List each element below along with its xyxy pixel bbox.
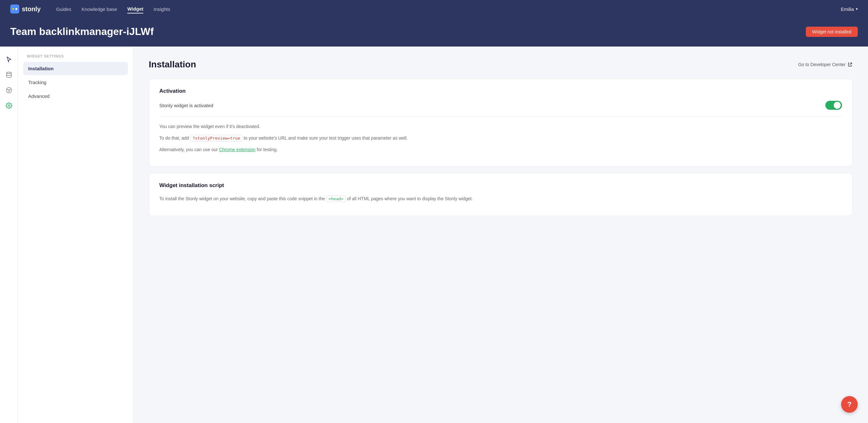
code-param: ?stonlyPreview=true — [190, 135, 243, 142]
code-head: <head> — [326, 195, 346, 202]
help-icon: ? — [847, 400, 851, 408]
svg-point-6 — [10, 89, 10, 90]
gear-icon-btn[interactable] — [3, 99, 16, 112]
toggle-row: Stonly widget is activated — [159, 101, 842, 116]
page-header: Team backlinkmanager-iJLWf Widget not in… — [0, 18, 868, 47]
script-card: Widget installation script To install th… — [149, 173, 852, 216]
icon-sidebar — [0, 47, 18, 423]
nav-guides[interactable]: Guides — [56, 5, 71, 13]
dev-center-label: Go to Developer Center — [798, 62, 845, 67]
widget-not-installed-badge: Widget not installed — [806, 27, 858, 37]
settings-item-installation[interactable]: Installation — [23, 62, 128, 75]
chrome-extension-link[interactable]: Chrome extension — [219, 147, 256, 152]
logo-text: stonly — [22, 5, 41, 13]
activation-info-1: You can preview the widget even if it's … — [159, 123, 842, 131]
page-title: Team backlinkmanager-iJLWf — [10, 26, 154, 37]
dev-center-link[interactable]: Go to Developer Center — [798, 62, 852, 67]
content-title: Installation — [149, 59, 196, 69]
info-3-suffix: for testing. — [257, 147, 278, 152]
nav-widget[interactable]: Widget — [127, 5, 143, 13]
settings-item-tracking[interactable]: Tracking — [23, 76, 128, 89]
logo[interactable]: stonly — [10, 4, 41, 13]
main-layout: WIDGET SETTINGS Installation Tracking Ad… — [0, 47, 868, 423]
script-info-prefix: To install the Stonly widget on your web… — [159, 196, 326, 201]
activation-info-3: Alternatively, you can use our Chrome ex… — [159, 146, 842, 154]
help-fab[interactable]: ? — [841, 396, 858, 413]
user-name: Emilia — [841, 6, 854, 12]
topnav: stonly Guides Knowledge base Widget Insi… — [0, 0, 868, 18]
toggle-label: Stonly widget is activated — [159, 103, 213, 108]
script-info-suffix: of all HTML pages where you want to disp… — [347, 196, 473, 201]
activation-card-title: Activation — [159, 88, 842, 94]
settings-item-advanced[interactable]: Advanced — [23, 89, 128, 103]
svg-rect-0 — [10, 4, 19, 13]
svg-point-3 — [6, 72, 11, 74]
info-3-prefix: Alternatively, you can use our — [159, 147, 219, 152]
palette-icon-btn[interactable] — [3, 84, 16, 96]
info-2-suffix: to your website's URL and make sure your… — [244, 136, 408, 141]
activation-toggle[interactable] — [825, 101, 842, 110]
content-header: Installation Go to Developer Center — [149, 59, 852, 69]
svg-point-4 — [6, 88, 11, 93]
activation-info-2: To do that, add ?stonlyPreview=true to y… — [159, 135, 842, 142]
settings-sidebar: WIDGET SETTINGS Installation Tracking Ad… — [18, 47, 133, 423]
chevron-down-icon: ▾ — [856, 7, 858, 11]
svg-point-2 — [16, 8, 17, 10]
svg-point-7 — [8, 90, 9, 91]
svg-point-8 — [8, 105, 10, 107]
svg-point-5 — [7, 89, 8, 90]
activation-card: Activation Stonly widget is activated Yo… — [149, 79, 852, 167]
info-2-prefix: To do that, add — [159, 136, 190, 141]
svg-point-1 — [12, 8, 14, 10]
nav-knowledge-base[interactable]: Knowledge base — [82, 5, 117, 13]
script-card-title: Widget installation script — [159, 182, 842, 189]
script-info: To install the Stonly widget on your web… — [159, 195, 842, 203]
nav-insights[interactable]: Insights — [154, 5, 170, 13]
settings-section-label: WIDGET SETTINGS — [23, 54, 128, 58]
cursor-icon-btn[interactable] — [3, 53, 16, 66]
database-icon-btn[interactable] — [3, 68, 16, 81]
main-content: Installation Go to Developer Center Acti… — [133, 47, 868, 423]
external-link-icon — [847, 62, 852, 67]
user-menu[interactable]: Emilia ▾ — [841, 6, 858, 12]
